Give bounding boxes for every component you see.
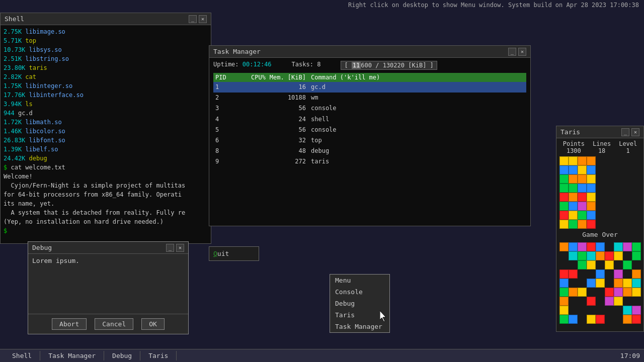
task-manager-title: Task Manager bbox=[213, 48, 508, 55]
taris-level-col: Level 1 bbox=[619, 140, 637, 154]
debug-text: Lorem ipsum. bbox=[32, 257, 184, 264]
taris-points-value: 1300 bbox=[563, 147, 585, 154]
debug-abort-button[interactable]: Abort bbox=[52, 318, 87, 330]
shell-output-line5: (Yep, no installation on hard drive need… bbox=[4, 217, 208, 226]
tm-tasks-label: Tasks: 8 bbox=[292, 61, 321, 70]
taris-gameover-text: Game Over bbox=[582, 231, 617, 238]
shell-close-button[interactable]: ✕ bbox=[199, 15, 207, 23]
shell-file-line: 10.73K libsys.so bbox=[4, 45, 208, 54]
context-menu-item-task-manager[interactable]: Task Manager bbox=[330, 321, 389, 332]
task-manager-minimize-button[interactable]: _ bbox=[508, 48, 516, 56]
table-row[interactable]: 848debug bbox=[213, 146, 526, 156]
taris-window-controls: _ ✕ bbox=[621, 128, 639, 136]
shell-file-line: 944 gc.d bbox=[4, 109, 208, 118]
shell-prompt-line: $ ​ bbox=[4, 226, 208, 235]
taris-content: Points 1300 Lines 18 Level 1 Game Over bbox=[556, 138, 643, 331]
tm-tasks-value: 8 bbox=[317, 61, 320, 68]
shell-file-line: 3.94K ls bbox=[4, 100, 208, 109]
table-row[interactable]: 632top bbox=[213, 135, 526, 146]
table-row[interactable]: 356console bbox=[213, 103, 526, 114]
shell-file-line: 5.71K top bbox=[4, 36, 208, 45]
context-menu-item-menu[interactable]: Menu bbox=[330, 275, 389, 286]
context-menu-item-debug[interactable]: Debug bbox=[330, 298, 389, 309]
taris-game-grid bbox=[559, 156, 641, 229]
shell-titlebar: Shell _ ✕ bbox=[1, 13, 211, 25]
shell-file-line: 2.75K libimage.so bbox=[4, 27, 208, 36]
table-row[interactable]: 556console bbox=[213, 125, 526, 135]
taskbar-item-debug[interactable]: Debug bbox=[104, 351, 140, 360]
tm-col-cmd-header: Command ('k'ill me) bbox=[306, 74, 524, 81]
shell-window-controls: _ ✕ bbox=[189, 15, 207, 23]
taris-minimize-button[interactable]: _ bbox=[621, 128, 629, 136]
shell-minimize-button[interactable]: _ bbox=[189, 15, 197, 23]
context-menu-item-console[interactable]: Console bbox=[330, 286, 389, 298]
task-manager-window-controls: _ ✕ bbox=[508, 48, 526, 56]
taris-stats: Points 1300 Lines 18 Level 1 bbox=[563, 140, 637, 154]
debug-titlebar: Debug _ ✕ bbox=[28, 242, 188, 254]
shell-file-line: 2.82K cat bbox=[4, 72, 208, 81]
quit-overlay[interactable]: Quit bbox=[209, 246, 259, 261]
shell-output-line4: A system that is detached from reality. … bbox=[4, 208, 208, 217]
shell-file-line: 26.83K libfont.so bbox=[4, 136, 208, 145]
debug-cancel-button[interactable]: Cancel bbox=[95, 318, 133, 330]
table-row[interactable]: 210188wm bbox=[213, 93, 526, 103]
taris-titlebar: Taris _ ✕ bbox=[556, 126, 643, 138]
taris-points-label: Points bbox=[563, 140, 585, 147]
shell-file-line: 17.76K libinterface.so bbox=[4, 90, 208, 100]
context-menu: Menu Console Debug Taris Task Manager bbox=[330, 274, 390, 333]
taskbar-item-shell[interactable]: Shell bbox=[4, 351, 40, 360]
tm-uptime-label: Uptime: 00:12:46 bbox=[213, 61, 272, 70]
taskbar-item-taris[interactable]: Taris bbox=[140, 351, 177, 360]
debug-ok-button[interactable]: OK bbox=[141, 318, 165, 330]
tm-info-row: Uptime: 00:12:46 Tasks: 8 [ 11600 / 1302… bbox=[213, 61, 526, 70]
taris-level-label: Level bbox=[619, 140, 637, 147]
tm-mem-used: 11 bbox=[352, 62, 361, 69]
tm-header-row: PID CPU% Mem. [KiB] Command ('k'ill me) bbox=[213, 73, 526, 82]
taskbar-item-task-manager[interactable]: Task Manager bbox=[40, 351, 104, 360]
taris-window: Taris _ ✕ Points 1300 Lines 18 Level 1 G… bbox=[556, 126, 644, 332]
tm-col-mem-header: Mem. [KiB] bbox=[266, 74, 306, 81]
shell-output-line2: for 64-bit processors from x86_64 family… bbox=[4, 190, 208, 199]
tm-col-pid-header: PID bbox=[215, 74, 235, 81]
task-manager-window: Task Manager _ ✕ Uptime: 00:12:46 Tasks:… bbox=[209, 45, 531, 226]
task-manager-content: Uptime: 00:12:46 Tasks: 8 [ 11600 / 1302… bbox=[209, 58, 530, 226]
table-row[interactable]: 424shell bbox=[213, 114, 526, 125]
taskbar: Shell Task Manager Debug Taris 17:09 bbox=[0, 349, 644, 362]
debug-content: Lorem ipsum. bbox=[28, 254, 188, 314]
taris-lines-label: Lines bbox=[593, 140, 611, 147]
debug-minimize-button[interactable]: _ bbox=[166, 244, 174, 252]
taris-level-value: 1 bbox=[619, 147, 637, 154]
task-manager-titlebar: Task Manager _ ✕ bbox=[209, 46, 530, 58]
shell-file-line: 23.80K taris bbox=[4, 63, 208, 72]
context-menu-item-taris[interactable]: Taris bbox=[330, 309, 389, 321]
taskbar-time: 17:09 bbox=[620, 352, 640, 359]
taris-points-col: Points 1300 bbox=[563, 140, 585, 154]
shell-file-line: 1.39K libelf.so bbox=[4, 145, 208, 154]
debug-buttons: Abort Cancel OK bbox=[28, 314, 188, 334]
tm-mem-used-rest: 600 bbox=[361, 62, 372, 69]
table-row[interactable]: 116gc.d bbox=[213, 82, 526, 93]
tm-memory-bar: [ 11600 / 130220 [KiB] ] bbox=[341, 61, 437, 70]
quit-text: Quit bbox=[213, 250, 229, 257]
tm-col-cpu-header: CPU% bbox=[235, 74, 266, 81]
top-status-bar: Right click on desktop to show Menu wind… bbox=[0, 0, 644, 10]
shell-output-line3: its name, yet. bbox=[4, 199, 208, 208]
taris-lines-col: Lines 18 bbox=[593, 140, 611, 154]
debug-title: Debug bbox=[32, 244, 166, 251]
shell-output-welcome: Welcome! bbox=[4, 172, 208, 181]
shell-output-line1: Cyjon/Fern-Night is a simple project of … bbox=[4, 181, 208, 190]
task-manager-close-button[interactable]: ✕ bbox=[518, 48, 526, 56]
debug-close-button[interactable]: ✕ bbox=[176, 244, 184, 252]
taris-close-button[interactable]: ✕ bbox=[631, 128, 639, 136]
shell-cmd-line: $ cat welcome.txt bbox=[4, 163, 208, 172]
tm-uptime-value: 00:12:46 bbox=[243, 61, 272, 68]
taris-preview-grid bbox=[559, 242, 641, 324]
top-status-text: Right click on desktop to show Menu wind… bbox=[348, 2, 639, 9]
shell-file-line: 1.75K libinteger.so bbox=[4, 81, 208, 90]
debug-window: Debug _ ✕ Lorem ipsum. Abort Cancel OK bbox=[28, 241, 189, 334]
taris-lines-value: 18 bbox=[593, 147, 611, 154]
taris-title: Taris bbox=[560, 128, 621, 136]
shell-window: Shell _ ✕ 2.75K libimage.so 5.71K top 10… bbox=[0, 13, 211, 244]
table-row[interactable]: 9272taris bbox=[213, 156, 526, 167]
shell-file-line: 1.46K libcolor.so bbox=[4, 127, 208, 136]
